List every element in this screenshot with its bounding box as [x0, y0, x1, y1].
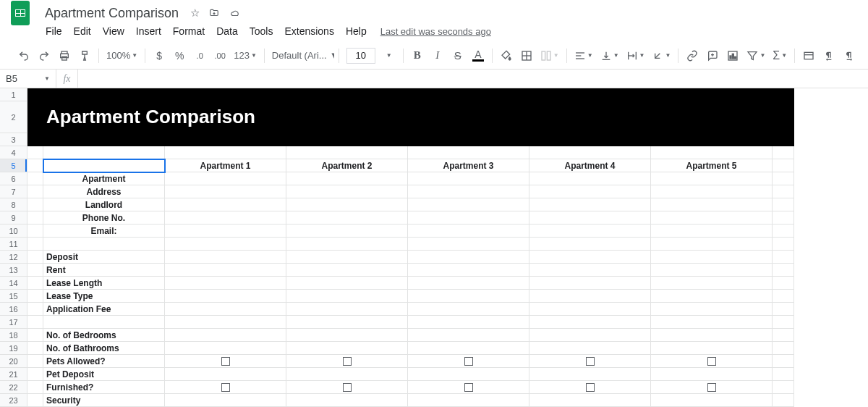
cell[interactable]	[408, 238, 529, 251]
cell[interactable]	[773, 238, 794, 251]
number-format-select[interactable]: 123▼	[231, 50, 260, 61]
cell[interactable]	[651, 264, 773, 277]
cell[interactable]: Lease Length	[43, 277, 165, 290]
cell[interactable]	[27, 225, 43, 238]
cell[interactable]	[529, 316, 651, 329]
cell[interactable]	[408, 225, 529, 238]
cell[interactable]	[286, 329, 408, 342]
checkbox-cell[interactable]	[651, 355, 773, 368]
row-header[interactable]: 4	[0, 146, 27, 159]
checkbox-icon[interactable]	[586, 357, 595, 366]
cell[interactable]: Apartment	[43, 172, 165, 185]
cell[interactable]	[408, 303, 529, 316]
cell[interactable]	[773, 211, 794, 225]
cell[interactable]: Landlord	[43, 198, 165, 211]
cell[interactable]	[27, 394, 43, 407]
cell[interactable]	[27, 101, 43, 133]
cell[interactable]	[286, 342, 408, 355]
row-header[interactable]: 15	[0, 290, 27, 303]
row-header[interactable]: 7	[0, 185, 27, 198]
cell[interactable]: Apartment 5	[651, 159, 773, 172]
row-header[interactable]: 2	[0, 101, 27, 133]
checkbox-icon[interactable]	[221, 383, 230, 392]
cell[interactable]	[773, 277, 794, 290]
italic-button[interactable]: I	[428, 46, 447, 65]
cell[interactable]: Pet Deposit	[43, 368, 165, 381]
cell[interactable]	[408, 368, 529, 381]
paint-format-button[interactable]	[75, 46, 94, 65]
strikethrough-button[interactable]: S	[448, 46, 467, 65]
row-header[interactable]: 20	[0, 355, 27, 368]
cell[interactable]	[529, 185, 651, 198]
cell[interactable]: Address	[43, 185, 165, 198]
row-header[interactable]: 17	[0, 316, 27, 329]
menu-help[interactable]: Help	[341, 22, 372, 40]
row-header[interactable]: 19	[0, 342, 27, 355]
row-header[interactable]: 9	[0, 211, 27, 225]
cell[interactable]	[651, 146, 773, 159]
checkbox-icon[interactable]	[586, 383, 595, 392]
menu-format[interactable]: Format	[168, 22, 210, 40]
cell[interactable]	[165, 185, 286, 198]
cell[interactable]	[773, 146, 794, 159]
font-size-caret[interactable]: ▼	[380, 46, 399, 65]
zoom-select[interactable]: 100%▼	[103, 50, 140, 61]
cell[interactable]	[165, 368, 286, 381]
cell[interactable]	[408, 146, 529, 159]
cell[interactable]	[165, 146, 286, 159]
cell[interactable]	[27, 146, 43, 159]
cell[interactable]	[651, 277, 773, 290]
cell[interactable]	[773, 159, 794, 172]
star-icon[interactable]: ☆	[190, 7, 200, 20]
row-header[interactable]: 14	[0, 277, 27, 290]
cell[interactable]	[651, 303, 773, 316]
cell[interactable]	[408, 198, 529, 211]
menu-file[interactable]: File	[41, 22, 67, 40]
menu-insert[interactable]: Insert	[131, 22, 166, 40]
functions-button[interactable]: Σ▼	[770, 49, 790, 62]
cell[interactable]	[27, 133, 43, 146]
print-button[interactable]	[55, 46, 74, 65]
text-wrap-button[interactable]: ▼	[624, 50, 648, 62]
checkbox-cell[interactable]	[286, 381, 408, 394]
cell[interactable]	[651, 251, 773, 264]
font-size-input[interactable]: 10	[346, 48, 375, 64]
cell[interactable]	[529, 225, 651, 238]
cell[interactable]	[286, 277, 408, 290]
cell[interactable]	[408, 342, 529, 355]
cell[interactable]	[529, 146, 651, 159]
cell[interactable]: Lease Type	[43, 290, 165, 303]
cell[interactable]	[165, 238, 286, 251]
ltr-para-button[interactable]	[840, 46, 859, 65]
cell[interactable]: Furnished?	[43, 381, 165, 394]
cell[interactable]	[43, 316, 165, 329]
sheet-title-cell[interactable]: Apartment Comparison	[43, 101, 794, 133]
cell[interactable]	[286, 394, 408, 407]
cell[interactable]	[529, 211, 651, 225]
cell[interactable]	[529, 238, 651, 251]
cell[interactable]	[773, 198, 794, 211]
cell[interactable]: Pets Allowed?	[43, 355, 165, 368]
cell[interactable]	[43, 133, 794, 146]
cell[interactable]	[529, 342, 651, 355]
cell[interactable]	[773, 225, 794, 238]
cell[interactable]: Apartment 4	[529, 159, 651, 172]
cell[interactable]	[651, 342, 773, 355]
cell[interactable]	[529, 394, 651, 407]
checkbox-cell[interactable]	[408, 381, 529, 394]
cell[interactable]	[773, 329, 794, 342]
borders-button[interactable]	[517, 46, 536, 65]
menu-view[interactable]: View	[98, 22, 129, 40]
cell[interactable]	[165, 277, 286, 290]
cell[interactable]	[408, 211, 529, 225]
text-rotation-button[interactable]: ▼	[649, 50, 673, 62]
cell[interactable]	[286, 290, 408, 303]
insert-link-button[interactable]	[683, 46, 702, 65]
cell[interactable]	[529, 329, 651, 342]
cell[interactable]	[651, 211, 773, 225]
cell[interactable]	[773, 342, 794, 355]
cell[interactable]	[529, 290, 651, 303]
cell[interactable]	[27, 172, 43, 185]
fill-color-button[interactable]	[497, 46, 516, 65]
cell[interactable]	[165, 172, 286, 185]
